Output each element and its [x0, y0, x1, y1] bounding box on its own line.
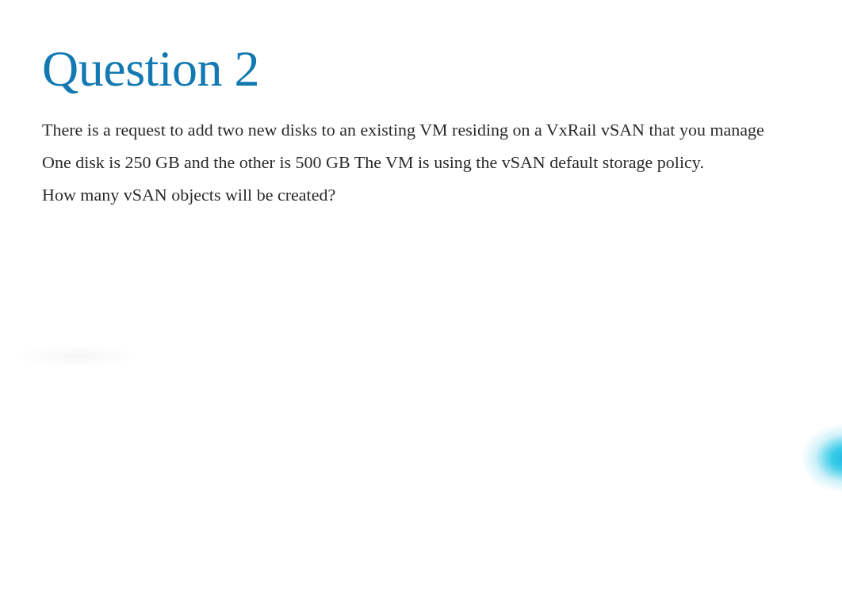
question-body-line-2: One disk is 250 GB and the other is 500 … [42, 147, 803, 179]
decorative-accent [763, 388, 842, 515]
question-body-line-3: How many vSAN objects will be created? [42, 179, 803, 212]
decorative-shadow [16, 345, 139, 367]
question-body: There is a request to add two new disks … [42, 114, 803, 211]
question-content: Question 2 There is a request to add two… [42, 41, 803, 211]
question-body-line-1: There is a request to add two new disks … [42, 114, 803, 147]
question-heading: Question 2 [42, 41, 803, 97]
